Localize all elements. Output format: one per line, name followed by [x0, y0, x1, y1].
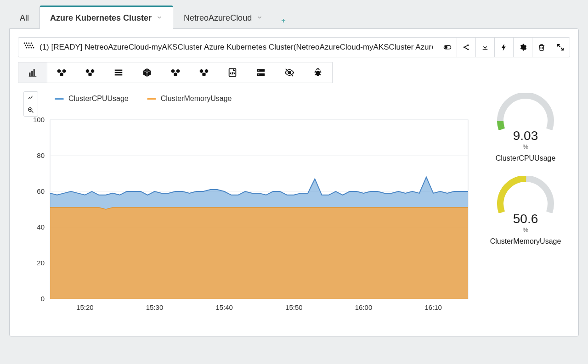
view-cube-button[interactable] [133, 62, 161, 83]
svg-point-10 [31, 47, 32, 48]
svg-point-9 [28, 47, 30, 48]
lightning-button[interactable] [494, 38, 513, 57]
view-bug-button[interactable] [304, 62, 332, 83]
view-server-button[interactable] [247, 62, 275, 83]
resource-title-text: (1) [READY] NetreoAzureCloud-myAKSCluste… [40, 43, 433, 52]
svg-text:16:00: 16:00 [355, 303, 373, 311]
gauge-value: 9.03 [493, 129, 558, 143]
toggle-button[interactable] [438, 38, 457, 57]
svg-point-1 [26, 42, 28, 44]
svg-rect-21 [29, 76, 37, 76]
svg-point-11 [33, 47, 34, 48]
tab-all[interactable]: All [9, 6, 40, 28]
gauge-label: ClusterMemoryUsage [490, 237, 561, 246]
svg-text:15:50: 15:50 [285, 303, 303, 311]
tab-row: All Azure Kubernetes Cluster NetreoAzure… [9, 3, 579, 28]
svg-text:20: 20 [37, 259, 45, 267]
gauge-unit: % [490, 226, 561, 234]
download-button[interactable] [475, 38, 494, 57]
svg-rect-23 [115, 72, 123, 73]
svg-rect-19 [31, 71, 33, 76]
legend-item-cpu[interactable]: ClusterCPUUsage [55, 95, 129, 103]
svg-point-13 [445, 46, 447, 49]
tab-label: NetreoAzureCloud [184, 13, 252, 23]
svg-point-7 [32, 45, 33, 46]
legend-label: ClusterMemoryUsage [161, 95, 232, 103]
tab-azure-kubernetes-cluster[interactable]: Azure Kubernetes Cluster [40, 6, 173, 29]
chart-container: ClusterCPUUsage ClusterMemoryUsage 02040… [18, 91, 473, 328]
view-cubes3-button[interactable] [161, 62, 190, 83]
view-code-button[interactable] [218, 62, 247, 83]
svg-rect-27 [257, 73, 265, 76]
svg-text:15:30: 15:30 [146, 303, 164, 311]
svg-rect-26 [257, 69, 265, 72]
svg-text:40: 40 [37, 223, 45, 231]
chart-zoom-in[interactable] [24, 104, 38, 116]
view-cubes1-button[interactable] [47, 62, 76, 83]
svg-point-4 [25, 45, 26, 46]
gauge-value: 50.6 [490, 212, 561, 226]
legend-swatch [55, 98, 64, 100]
header-bar: (1) [READY] NetreoAzureCloud-myAKSCluste… [18, 37, 570, 57]
chart-legend: ClusterCPUUsage ClusterMemoryUsage [18, 91, 473, 106]
svg-text:15:20: 15:20 [76, 303, 94, 311]
add-tab-button[interactable] [273, 12, 294, 28]
svg-rect-20 [34, 69, 35, 76]
gauge-cpu[interactable]: 9.03 % ClusterCPUUsage [493, 93, 558, 162]
svg-point-8 [26, 47, 28, 48]
tab-label: Azure Kubernetes Cluster [50, 13, 152, 23]
svg-text:0: 0 [41, 295, 45, 302]
cluster-icon [23, 42, 35, 53]
svg-text:15:40: 15:40 [215, 303, 233, 311]
tab-label: All [20, 13, 29, 23]
svg-point-29 [259, 74, 260, 75]
resource-title[interactable]: (1) [READY] NetreoAzureCloud-myAKSCluste… [18, 38, 438, 57]
svg-text:60: 60 [37, 187, 45, 195]
svg-rect-22 [115, 70, 123, 71]
fullscreen-button[interactable] [551, 38, 570, 57]
chart-tools [23, 91, 38, 117]
panel: (1) [READY] NetreoAzureCloud-myAKSCluste… [9, 28, 579, 336]
svg-point-2 [28, 42, 30, 44]
svg-point-28 [259, 70, 260, 71]
chevron-down-icon [256, 13, 263, 23]
svg-point-0 [24, 42, 25, 44]
svg-text:16:10: 16:10 [424, 303, 442, 311]
view-chart-button[interactable] [18, 62, 47, 83]
area-chart[interactable]: 02040608010015:2015:3015:4015:5016:0016:… [18, 106, 473, 326]
share-button[interactable] [457, 38, 475, 57]
legend-swatch [147, 98, 156, 100]
svg-rect-18 [29, 73, 31, 76]
view-toolbar [18, 62, 333, 83]
svg-point-3 [31, 42, 32, 44]
chevron-down-icon [156, 13, 163, 23]
svg-point-5 [27, 45, 28, 46]
svg-text:80: 80 [37, 151, 45, 159]
gauge-memory[interactable]: 50.6 % ClusterMemoryUsage [490, 176, 561, 246]
header-actions [438, 38, 570, 57]
tab-netreo-azure-cloud[interactable]: NetreoAzureCloud [173, 6, 273, 28]
view-cubes4-button[interactable] [190, 62, 218, 83]
svg-text:100: 100 [33, 116, 45, 123]
view-list-button[interactable] [104, 62, 133, 83]
view-hidden-button[interactable] [275, 62, 304, 83]
legend-label: ClusterCPUUsage [68, 95, 129, 103]
svg-rect-17 [483, 50, 488, 50]
svg-rect-24 [115, 74, 123, 76]
settings-button[interactable] [513, 38, 532, 57]
chart-line-toggle[interactable] [24, 92, 38, 104]
delete-button[interactable] [532, 38, 551, 57]
legend-item-memory[interactable]: ClusterMemoryUsage [147, 95, 232, 103]
gauge-unit: % [493, 143, 558, 151]
gauges: 9.03 % ClusterCPUUsage 50.6 % ClusterMem… [481, 91, 570, 328]
svg-point-6 [29, 45, 31, 46]
gauge-label: ClusterCPUUsage [493, 154, 558, 162]
view-cubes2-button[interactable] [76, 62, 104, 83]
